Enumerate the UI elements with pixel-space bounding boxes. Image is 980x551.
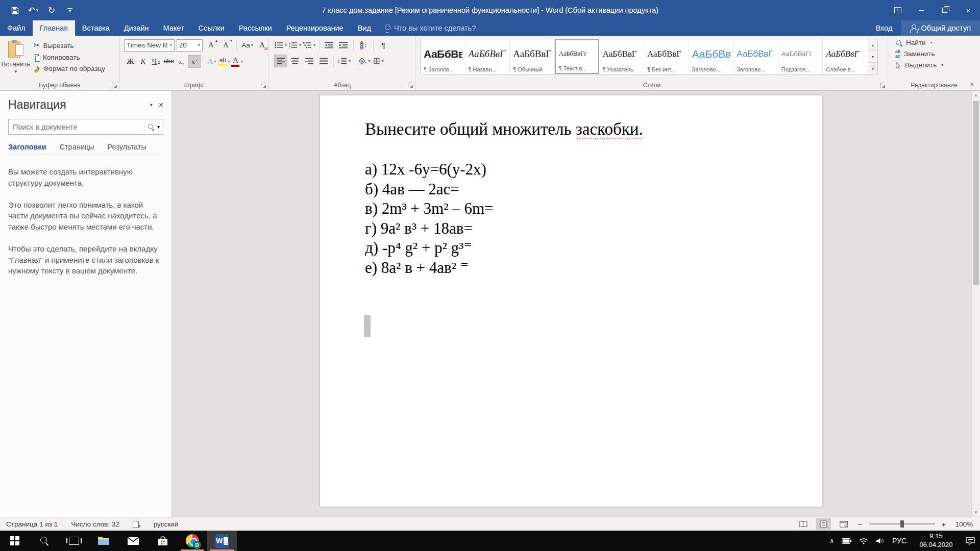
redo-button[interactable]: ↻ <box>43 3 60 18</box>
close-button[interactable]: × <box>957 0 980 20</box>
tab-review[interactable]: Рецензирование <box>279 20 351 36</box>
style-item-body-text-selected[interactable]: АаБбВвГг¶ Текст в... <box>555 39 600 74</box>
italic-button[interactable]: К <box>137 55 150 68</box>
clear-formatting-button[interactable]: А <box>256 39 268 52</box>
text-effects-button[interactable]: А▾ <box>205 55 218 68</box>
tab-references[interactable]: Ссылки <box>191 20 232 36</box>
style-item-subtitle[interactable]: АаБбВвГ¶ Назван... <box>465 39 510 74</box>
share-button[interactable]: +Общий доступ <box>901 20 980 36</box>
decrease-indent-button[interactable] <box>323 39 336 52</box>
multilevel-list-button[interactable]: ▾ <box>303 39 316 52</box>
navigation-close-icon[interactable]: × <box>159 101 163 110</box>
numbering-button[interactable]: 123▾ <box>288 39 302 52</box>
borders-button[interactable]: ⊞▾ <box>372 55 385 67</box>
proofing-errors-icon[interactable] <box>133 521 140 528</box>
word-count[interactable]: Число слов: 32 <box>71 520 119 528</box>
undo-button[interactable]: ↶▾ <box>24 3 42 18</box>
read-mode-button[interactable] <box>795 518 811 530</box>
subscript-button[interactable]: x₂ <box>175 55 188 68</box>
clipboard-dialog-launcher[interactable] <box>112 83 117 88</box>
tab-design[interactable]: Дизайн <box>117 20 156 36</box>
zoom-slider[interactable] <box>869 520 935 528</box>
zoom-level[interactable]: 100% <box>952 520 973 528</box>
zoom-out-button[interactable]: − <box>856 520 864 529</box>
collapse-ribbon-button[interactable]: ∧ <box>970 81 974 87</box>
vertical-scrollbar[interactable]: ▲ ▼ <box>971 91 980 517</box>
navigation-options-caret[interactable]: ▾ <box>150 102 153 108</box>
styles-dialog-launcher[interactable] <box>880 83 885 88</box>
page-count[interactable]: Страница 1 из 1 <box>6 520 58 528</box>
justify-button[interactable] <box>317 55 330 67</box>
qat-customize-button[interactable]: ▾ <box>61 3 79 18</box>
align-center-button[interactable] <box>288 55 302 67</box>
superscript-button[interactable]: x² <box>188 55 201 68</box>
language-input-indicator[interactable]: РУС <box>892 537 906 545</box>
action-center-icon[interactable] <box>966 537 975 545</box>
replace-button[interactable]: abacЗаменить <box>895 49 980 58</box>
document-page[interactable]: Вынесите общий множитель заскобки. а) 12… <box>320 95 823 507</box>
wifi-icon[interactable] <box>859 538 868 544</box>
hidden-icons-chevron[interactable]: ∧ <box>829 537 834 544</box>
font-dialog-launcher[interactable] <box>261 83 266 88</box>
taskbar-search-button[interactable] <box>30 531 59 551</box>
bold-button[interactable]: Ж <box>124 55 137 68</box>
minimize-button[interactable] <box>910 0 933 20</box>
sort-button[interactable]: АЯ↓ <box>357 39 370 52</box>
tab-layout[interactable]: Макет <box>156 20 191 36</box>
style-item-no-spacing[interactable]: АаБбВвГ¶ Без инт... <box>644 39 689 74</box>
gallery-more-button[interactable]: ▾ <box>868 63 877 74</box>
tab-home[interactable]: Главная <box>33 20 75 36</box>
align-left-button[interactable] <box>274 55 287 67</box>
nav-tab-headings[interactable]: Заголовки <box>8 143 46 151</box>
language-indicator[interactable]: русский <box>154 520 178 528</box>
style-item-title[interactable]: АаБбВв¶ Заголов... <box>421 39 465 74</box>
underline-button[interactable]: Ч▾ <box>150 55 162 68</box>
restore-button[interactable] <box>933 0 957 20</box>
line-spacing-button[interactable]: ↕▾ <box>337 55 351 67</box>
paragraph-dialog-launcher[interactable] <box>408 83 413 88</box>
scroll-down-arrow[interactable]: ▼ <box>972 508 980 517</box>
tab-mailings[interactable]: Рассылки <box>232 20 279 36</box>
clock[interactable]: 9:1506.04.2020 <box>914 532 958 549</box>
battery-icon[interactable] <box>842 538 851 544</box>
strikethrough-button[interactable]: abc <box>162 55 175 68</box>
font-name-combo[interactable]: Times New R▾ <box>124 39 175 52</box>
highlight-button[interactable]: ab▾ <box>218 55 231 68</box>
chrome-browser-button[interactable]: D <box>178 531 207 551</box>
style-item-subtitle2[interactable]: АаБбВвГгПодзагол... <box>778 39 823 74</box>
save-button[interactable] <box>6 3 23 18</box>
shading-button[interactable]: ▾ <box>357 55 371 67</box>
style-item-subtle-emphasis[interactable]: АаБбВвГСлабое в... <box>823 39 868 74</box>
search-magnifier-icon[interactable] <box>148 123 155 131</box>
speaker-icon[interactable] <box>876 537 885 544</box>
style-item-index[interactable]: АаБбВвГ¶ Указатель <box>599 39 644 74</box>
style-item-heading1[interactable]: АаБбВвЗаголово... <box>689 39 734 74</box>
gallery-scroll-down-button[interactable]: ▾ <box>868 51 877 63</box>
grow-font-button[interactable]: А▴ <box>205 39 217 52</box>
scrollbar-track[interactable] <box>972 99 980 508</box>
tab-insert[interactable]: Вставка <box>75 20 117 36</box>
word-taskbar-button[interactable]: W <box>207 531 237 551</box>
sign-in-button[interactable]: Вход <box>868 20 901 36</box>
font-color-button[interactable]: А▾ <box>231 55 243 68</box>
show-paragraph-marks-button[interactable]: ¶ <box>377 39 390 52</box>
select-button[interactable]: Выделить▾ <box>895 61 980 69</box>
start-button[interactable] <box>0 531 30 551</box>
format-painter-button[interactable]: Формат по образцу <box>32 64 107 73</box>
cut-button[interactable]: ✂Вырезать <box>32 40 107 51</box>
scrollbar-thumb[interactable] <box>973 101 979 285</box>
ribbon-display-options-button[interactable]: ↑ <box>886 0 910 20</box>
nav-tab-pages[interactable]: Страницы <box>59 143 94 151</box>
zoom-slider-thumb[interactable] <box>900 520 904 528</box>
copy-button[interactable]: Копировать <box>32 53 107 62</box>
increase-indent-button[interactable] <box>337 39 350 52</box>
task-view-button[interactable] <box>59 531 89 551</box>
print-layout-button[interactable] <box>816 518 831 530</box>
shrink-font-button[interactable]: А▾ <box>219 39 232 52</box>
find-button[interactable]: Найти▾ <box>895 39 980 46</box>
tell-me-box[interactable]: Что вы хотите сделать? <box>378 20 482 36</box>
bullets-button[interactable]: ▾ <box>274 39 287 52</box>
search-input[interactable] <box>13 123 141 131</box>
microsoft-store-button[interactable] <box>148 531 178 551</box>
align-right-button[interactable] <box>303 55 316 67</box>
